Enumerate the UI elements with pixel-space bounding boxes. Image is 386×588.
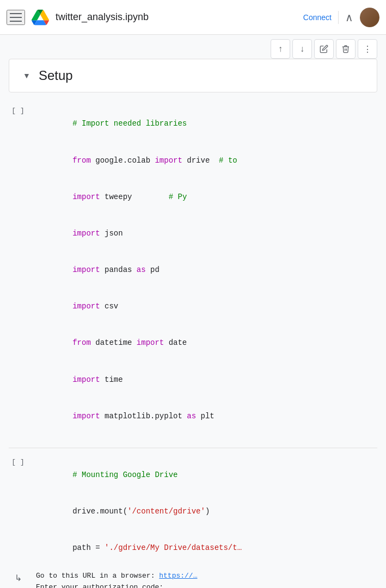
keyword-as-1: as	[137, 265, 146, 274]
edit-button[interactable]	[314, 39, 334, 59]
rest-5: csv	[100, 302, 119, 311]
mount-comment: # Mounting Google Drive	[72, 471, 177, 479]
hamburger-menu-button[interactable]	[7, 10, 25, 25]
code-line-mount-1: drive.mount('/content/gdrive')	[36, 493, 382, 530]
rest-6a: datetime	[91, 338, 137, 347]
mount-string: '/content/gdrive'	[127, 507, 205, 516]
move-down-button[interactable]: ↓	[292, 39, 312, 59]
connect-button[interactable]: Connect	[303, 13, 332, 22]
rest-1: drive	[182, 156, 219, 165]
rest-3: json	[100, 229, 123, 238]
output-arrow-icon: ↳	[4, 571, 32, 583]
code-line-6: from datetime import date	[36, 325, 382, 361]
comment-text: # Import needed libraries	[72, 119, 187, 128]
setup-title: Setup	[39, 68, 73, 83]
keyword-as-2: as	[187, 412, 196, 420]
cell-divider-1	[9, 448, 377, 448]
cell-1-code[interactable]: # Import needed libraries from google.co…	[36, 106, 382, 435]
code-line-2: import tweepy # Py	[36, 178, 382, 215]
comment-1: # to	[219, 156, 237, 165]
code-line-8: import matplotlib.pyplot as plt	[36, 398, 382, 434]
collapse-section-button[interactable]: ▼	[20, 69, 33, 82]
keyword-from-1: from	[72, 156, 91, 165]
rest-4b: pd	[146, 265, 160, 274]
cell-2-number[interactable]: [ ]	[4, 457, 32, 466]
output-url-prefix: Go to this URL in a browser:	[36, 572, 159, 580]
output-content: Go to this URL in a browser: https://… E…	[36, 571, 382, 588]
code-line-4: import pandas as pd	[36, 252, 382, 288]
code-cell-1: [ ] # Import needed libraries from googl…	[4, 99, 382, 441]
setup-header: ▼ Setup	[20, 68, 366, 83]
keyword-import-3: import	[72, 229, 100, 238]
cell-2-inner: [ ] # Mounting Google Drive drive.mount(…	[4, 457, 382, 567]
avatar-image	[360, 8, 379, 27]
delete-button[interactable]	[336, 39, 356, 59]
more-options-button[interactable]: ⋮	[358, 39, 377, 59]
cell-1-number[interactable]: [ ]	[4, 106, 32, 115]
code-line-1: from google.colab import drive # to	[36, 142, 382, 178]
code-line-7: import time	[36, 361, 382, 398]
move-up-button[interactable]: ↑	[271, 39, 290, 59]
code-cell-2: [ ] # Mounting Google Drive drive.mount(…	[4, 450, 382, 588]
keyword-import-5: import	[72, 302, 100, 311]
keyword-import-4: import	[72, 265, 100, 274]
cell-toolbar: ↑ ↓ ⋮	[0, 35, 386, 59]
keyword-import-1: import	[155, 156, 182, 165]
cell-1-inner: [ ] # Import needed libraries from googl…	[4, 106, 382, 435]
header-left: twitter_analysis.ipynb	[7, 9, 149, 26]
code-line-5: import csv	[36, 288, 382, 325]
keyword-import-7: import	[72, 375, 100, 384]
avatar[interactable]	[360, 8, 379, 27]
header: twitter_analysis.ipynb Connect ∧	[0, 0, 386, 35]
setup-section: ▼ Setup	[9, 59, 377, 92]
code-line-comment: # Import needed libraries	[36, 106, 382, 142]
code-line-mount-2: path = './gdrive/My Drive/datasets/t…	[36, 530, 382, 566]
mount-call-start: drive.mount(	[72, 507, 127, 516]
output-url[interactable]: https://…	[159, 572, 197, 580]
header-right: Connect ∧	[303, 8, 379, 27]
rest-8a: matplotlib.pyplot	[100, 412, 187, 420]
rest-6b: date	[164, 338, 187, 347]
rest-2: tweepy	[100, 193, 169, 201]
path-start: path =	[72, 543, 105, 552]
drive-logo-icon	[32, 9, 49, 26]
collapse-panel-button[interactable]: ∧	[345, 11, 353, 24]
output-line-1: Go to this URL in a browser: https://…	[36, 571, 382, 582]
notebook-title: twitter_analysis.ipynb	[56, 11, 149, 23]
keyword-import-2: import	[72, 193, 100, 201]
keyword-from-2: from	[72, 338, 91, 347]
keyword-import-8: import	[72, 412, 100, 420]
keyword-import-6: import	[137, 338, 164, 347]
code-line-3: import json	[36, 215, 382, 252]
code-line-mount-comment: # Mounting Google Drive	[36, 457, 382, 493]
rest-8b: plt	[196, 412, 215, 420]
cell-2-output: ↳ Go to this URL in a browser: https://……	[4, 566, 382, 588]
path-string: './gdrive/My Drive/datasets/t…	[105, 543, 242, 552]
comment-2: # Py	[169, 193, 187, 201]
rest-7: time	[100, 375, 123, 384]
cell-2-code[interactable]: # Mounting Google Drive drive.mount('/co…	[36, 457, 382, 567]
output-line-2: Enter your authorization code:	[36, 582, 382, 588]
rest-4a: pandas	[100, 265, 137, 274]
mount-call-end: )	[205, 507, 210, 516]
pkg-1: google.colab	[91, 156, 155, 165]
